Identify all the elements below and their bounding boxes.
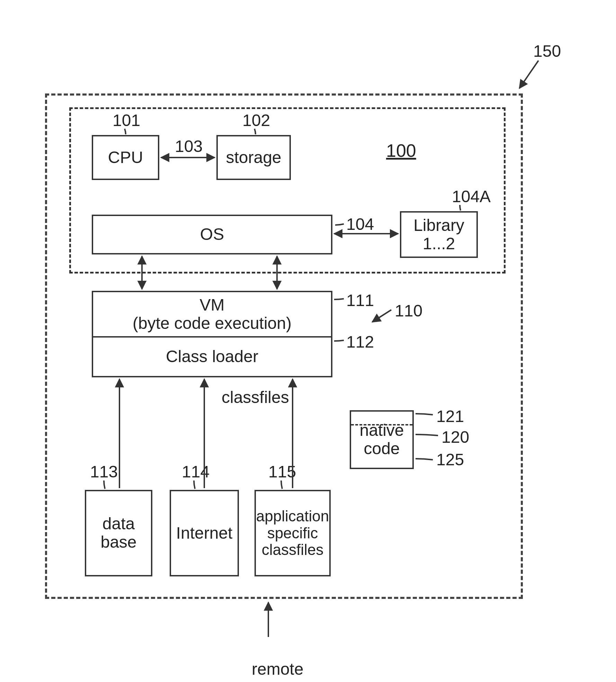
- library-line1: Library: [413, 216, 464, 234]
- ref-113: 113: [90, 462, 118, 481]
- internet-label: Internet: [176, 524, 233, 542]
- classloader-label: Class loader: [166, 348, 258, 366]
- ref-112: 112: [346, 332, 374, 351]
- os-label: OS: [200, 225, 224, 244]
- cpu-label: CPU: [108, 149, 143, 167]
- ref-121: 121: [436, 407, 464, 426]
- ref-114: 114: [182, 462, 209, 481]
- storage-box: storage: [216, 135, 291, 180]
- db-line2: base: [100, 533, 136, 551]
- remote-computer-label: remote computer: [225, 640, 312, 682]
- library-label: Library 1...2: [413, 216, 464, 253]
- database-box: data base: [85, 490, 152, 576]
- vm-label: VM (byte code execution): [133, 296, 292, 333]
- vm-line1: VM: [200, 296, 225, 314]
- ref-115: 115: [268, 462, 296, 481]
- cpu-box: CPU: [92, 135, 159, 180]
- ref-103: 103: [175, 137, 203, 156]
- svg-line-0: [519, 61, 538, 88]
- app-line1: application: [256, 508, 329, 524]
- ref-104: 104: [346, 215, 374, 234]
- library-box: Library 1...2: [400, 211, 478, 258]
- ref-111: 111: [346, 291, 374, 310]
- ref-120: 120: [441, 428, 469, 447]
- vm-box: VM (byte code execution): [92, 291, 332, 338]
- appfiles-box: application specific classfiles: [255, 490, 331, 576]
- storage-label: storage: [226, 149, 281, 167]
- native-code-dashed-line: [351, 424, 412, 425]
- ref-104A: 104A: [452, 187, 491, 206]
- db-line1: data: [102, 514, 135, 533]
- native-code-box: native code: [350, 410, 414, 469]
- os-box: OS: [92, 215, 332, 254]
- nc-line2: code: [364, 439, 400, 458]
- classloader-box: Class loader: [92, 338, 332, 377]
- internet-box: Internet: [170, 490, 239, 576]
- ref-110: 110: [395, 301, 422, 320]
- ref-100: 100: [386, 140, 416, 161]
- ref-102: 102: [242, 111, 270, 130]
- appfiles-label: application specific classfiles: [256, 508, 329, 558]
- ref-150: 150: [533, 42, 561, 61]
- remote-l1: remote: [252, 660, 303, 678]
- vm-line2: (byte code execution): [133, 314, 292, 332]
- library-line2: 1...2: [423, 234, 455, 253]
- native-code-label: native code: [359, 421, 404, 458]
- database-label: data base: [100, 515, 136, 551]
- app-line3: classfiles: [262, 541, 324, 558]
- classfiles-label: classfiles: [222, 388, 289, 407]
- ref-101: 101: [113, 111, 140, 130]
- diagram-canvas: CPU storage OS Library 1...2 VM (byte co…: [0, 0, 616, 682]
- app-line2: specific: [267, 524, 318, 541]
- ref-125: 125: [436, 450, 464, 469]
